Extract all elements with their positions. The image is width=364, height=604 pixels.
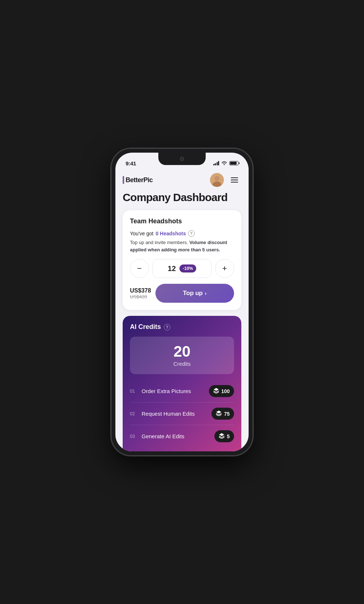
ai-credits-card: AI Credits ? 20 Credits 01 Order Extra P… xyxy=(123,316,241,451)
hamburger-line-1 xyxy=(231,177,238,178)
credits-number: 20 xyxy=(137,344,227,359)
credit-item-1-left: 01 Order Extra Pictures xyxy=(130,388,191,394)
quantity-plus-button[interactable]: + xyxy=(215,259,234,278)
price-original: US$420 xyxy=(130,294,151,299)
battery-fill xyxy=(230,162,237,165)
headshots-description: Top up and invite members. Volume discou… xyxy=(130,239,234,253)
credit-cost-badge-3[interactable]: 5 xyxy=(214,430,234,442)
signal-icon xyxy=(213,161,219,165)
page-title: Company Dashboard xyxy=(123,191,241,204)
content-scroll: Company Dashboard Team Headshots You've … xyxy=(115,191,249,451)
brand-logo: BetterPic xyxy=(123,176,153,184)
quantity-row: − 12 -10% + xyxy=(130,259,234,278)
signal-bar-4 xyxy=(218,161,219,165)
ai-credits-help-badge[interactable]: ? xyxy=(164,324,170,330)
credit-cost-1: 100 xyxy=(221,388,230,394)
svg-point-1 xyxy=(214,176,219,181)
nav-bar: BetterPic xyxy=(115,170,249,191)
ai-credits-title: AI Credits xyxy=(130,323,161,331)
team-headshots-card: Team Headshots You've got 0 Headshots ? … xyxy=(123,210,241,310)
notch xyxy=(158,153,206,165)
quantity-display: 12 -10% xyxy=(153,259,211,278)
signal-bar-2 xyxy=(215,163,216,165)
wifi-icon xyxy=(221,161,227,166)
nav-right xyxy=(210,173,241,187)
credit-cost-badge-2[interactable]: 75 xyxy=(211,408,234,420)
hamburger-line-2 xyxy=(231,180,238,180)
credits-label: Credits xyxy=(137,361,227,367)
layers-icon-3 xyxy=(219,433,225,440)
brand-accent-bar xyxy=(123,176,124,184)
hamburger-button[interactable] xyxy=(228,173,241,187)
ai-credits-header: AI Credits ? xyxy=(130,323,234,331)
phone-frame: 9:41 xyxy=(111,148,253,456)
price-topup-row: US$378 US$420 Top up › xyxy=(130,284,234,303)
headshots-info-row: You've got 0 Headshots ? xyxy=(130,230,234,237)
quantity-minus-button[interactable]: − xyxy=(130,259,149,278)
avatar[interactable] xyxy=(210,173,224,187)
credit-cost-badge-1[interactable]: 100 xyxy=(209,385,234,397)
credit-cost-2: 75 xyxy=(224,411,230,417)
credit-item-3-num: 03 xyxy=(130,434,137,439)
credit-items-list: 01 Order Extra Pictures 1 xyxy=(130,380,234,447)
credit-item-1-num: 01 xyxy=(130,389,137,394)
headshots-help-badge[interactable]: ? xyxy=(188,230,195,237)
credit-item-3-left: 03 Generate AI Edits xyxy=(130,433,185,439)
topup-button[interactable]: Top up › xyxy=(155,284,234,303)
camera-dot xyxy=(180,157,184,161)
battery-icon xyxy=(229,161,238,165)
headshots-prefix: You've got xyxy=(130,231,153,236)
credit-item-2-left: 02 Request Human Edits xyxy=(130,411,195,417)
credit-item-1: 01 Order Extra Pictures 1 xyxy=(130,380,234,403)
credit-item-2: 02 Request Human Edits 75 xyxy=(130,403,234,425)
phone-screen: 9:41 xyxy=(115,153,249,451)
headshots-count[interactable]: 0 Headshots xyxy=(155,231,186,236)
status-time: 9:41 xyxy=(126,160,136,166)
brand-name: BetterPic xyxy=(126,176,153,184)
credit-item-2-num: 02 xyxy=(130,411,137,416)
credit-cost-3: 5 xyxy=(227,434,230,439)
status-icons xyxy=(213,161,239,166)
quantity-number: 12 xyxy=(168,264,176,273)
credit-item-3: 03 Generate AI Edits 5 xyxy=(130,425,234,447)
team-headshots-title: Team Headshots xyxy=(130,217,234,225)
layers-icon-2 xyxy=(216,410,222,417)
ai-credits-number-box: 20 Credits xyxy=(130,337,234,374)
signal-bar-3 xyxy=(217,162,218,165)
price-block: US$378 US$420 xyxy=(130,287,151,299)
layers-icon-1 xyxy=(213,388,219,395)
price-current: US$378 xyxy=(130,287,151,294)
credit-item-3-label: Generate AI Edits xyxy=(142,433,185,439)
credit-item-2-label: Request Human Edits xyxy=(142,411,195,417)
signal-bar-1 xyxy=(213,164,214,165)
discount-badge: -10% xyxy=(179,264,196,272)
hamburger-line-3 xyxy=(231,182,238,183)
credit-item-1-label: Order Extra Pictures xyxy=(142,388,191,394)
topup-chevron-icon: › xyxy=(205,290,206,296)
